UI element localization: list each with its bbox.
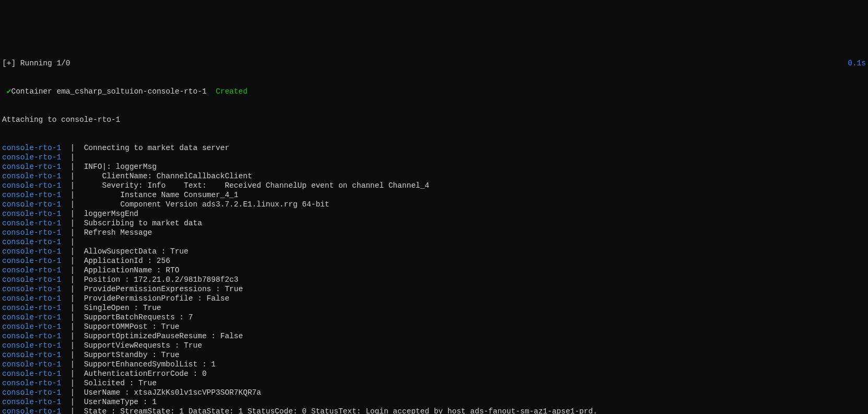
log-prefix: console-rto-1: [2, 388, 61, 397]
log-prefix: console-rto-1: [2, 304, 61, 312]
log-line: console-rto-1 | SupportOptimizedPauseRes…: [2, 331, 866, 341]
log-prefix: console-rto-1: [2, 144, 61, 152]
running-header-row: [+] Running 1/0 0.1s: [2, 59, 866, 68]
log-separator: |: [61, 172, 79, 180]
log-content: INFO|: loggerMsg: [79, 163, 157, 171]
created-status: Created: [216, 87, 248, 96]
log-separator: |: [61, 360, 79, 369]
log-separator: |: [61, 398, 79, 406]
log-line: console-rto-1 | SupportStandby : True: [2, 350, 866, 360]
log-line: console-rto-1 | ProvidePermissionExpress…: [2, 284, 866, 294]
log-separator: |: [61, 247, 79, 256]
log-line: console-rto-1 | Instance Name Consumer_4…: [2, 190, 866, 200]
log-line: console-rto-1 | AllowSuspectData : True: [2, 247, 866, 256]
log-line: console-rto-1 | Component Version ads3.7…: [2, 200, 866, 209]
log-prefix: console-rto-1: [2, 275, 61, 284]
log-content: Position : 172.21.0.2/981b7898f2c3: [79, 275, 239, 284]
log-separator: |: [61, 191, 79, 199]
log-prefix: console-rto-1: [2, 398, 61, 406]
log-prefix: console-rto-1: [2, 210, 61, 218]
log-prefix: console-rto-1: [2, 219, 61, 227]
log-content: AuthenticationErrorCode : 0: [79, 370, 207, 378]
log-content: Solicited : True: [79, 379, 157, 387]
log-separator: |: [61, 285, 79, 293]
container-status-line: ✔Container ema_csharp_soltuion-console-r…: [2, 87, 866, 96]
log-content: UserNameType : 1: [79, 398, 157, 406]
log-line: console-rto-1 | INFO|: loggerMsg: [2, 162, 866, 171]
log-separator: |: [61, 323, 79, 331]
log-separator: |: [61, 313, 79, 321]
log-separator: |: [61, 351, 79, 359]
log-prefix: console-rto-1: [2, 191, 61, 199]
log-content: ApplicationId : 256: [79, 257, 170, 265]
log-prefix: console-rto-1: [2, 351, 61, 359]
log-line: console-rto-1 | Solicited : True: [2, 378, 866, 388]
log-content: Severity: Info Text: Received ChannelUp …: [79, 181, 429, 190]
attaching-line: Attaching to console-rto-1: [2, 115, 866, 124]
container-name: Container ema_csharp_soltuion-console-rt…: [11, 87, 216, 96]
log-separator: |: [61, 200, 79, 209]
log-content: SupportEnhancedSymbolList : 1: [79, 360, 216, 369]
log-content: State : StreamState: 1 DataState: 1 Stat…: [79, 407, 597, 414]
log-content: Instance Name Consumer_4_1: [79, 191, 239, 199]
log-separator: |: [61, 238, 79, 246]
log-separator: |: [61, 257, 79, 265]
running-status: [+] Running 1/0: [2, 59, 71, 68]
log-separator: |: [61, 275, 79, 284]
log-separator: |: [61, 228, 79, 237]
log-line: console-rto-1 | SupportEnhancedSymbolLis…: [2, 360, 866, 369]
log-content: SupportViewRequests : True: [79, 341, 202, 350]
log-prefix: console-rto-1: [2, 379, 61, 387]
log-line: console-rto-1 | ApplicationId : 256: [2, 256, 866, 266]
log-prefix: console-rto-1: [2, 323, 61, 331]
log-prefix: console-rto-1: [2, 294, 61, 303]
log-prefix: console-rto-1: [2, 360, 61, 369]
log-separator: |: [61, 219, 79, 227]
log-prefix: console-rto-1: [2, 370, 61, 378]
log-prefix: console-rto-1: [2, 238, 61, 246]
log-line: console-rto-1 | Position : 172.21.0.2/98…: [2, 275, 866, 284]
log-content: SingleOpen : True: [79, 304, 161, 312]
log-line: console-rto-1 |: [2, 237, 866, 247]
log-content: Component Version ads3.7.2.E1.linux.rrg …: [79, 200, 330, 209]
log-content: SupportStandby : True: [79, 351, 179, 359]
log-prefix: console-rto-1: [2, 257, 61, 265]
log-content: AllowSuspectData : True: [79, 247, 189, 256]
log-separator: |: [61, 304, 79, 312]
log-prefix: console-rto-1: [2, 200, 61, 209]
log-line: console-rto-1 | SupportOMMPost : True: [2, 322, 866, 331]
log-line: console-rto-1 | Refresh Message: [2, 228, 866, 237]
log-separator: |: [61, 332, 79, 340]
log-separator: |: [61, 266, 79, 274]
log-separator: |: [61, 388, 79, 397]
log-line: console-rto-1 |: [2, 153, 866, 162]
log-line: console-rto-1 | ProvidePermissionProfile…: [2, 294, 866, 303]
log-line: console-rto-1 | ClientName: ChannelCallb…: [2, 171, 866, 181]
log-line: console-rto-1 | State : StreamState: 1 D…: [2, 407, 866, 414]
log-prefix: console-rto-1: [2, 285, 61, 293]
log-separator: |: [61, 144, 79, 152]
log-prefix: console-rto-1: [2, 163, 61, 171]
log-output: console-rto-1 | Connecting to market dat…: [2, 143, 866, 414]
log-separator: |: [61, 370, 79, 378]
log-content: ClientName: ChannelCallbackClient: [79, 172, 252, 180]
log-prefix: console-rto-1: [2, 247, 61, 256]
log-separator: |: [61, 210, 79, 218]
log-line: console-rto-1 | AuthenticationErrorCode …: [2, 369, 866, 378]
log-content: loggerMsgEnd: [79, 210, 138, 218]
log-content: Refresh Message: [79, 228, 152, 237]
log-line: console-rto-1 | SupportViewRequests : Tr…: [2, 341, 866, 350]
log-prefix: console-rto-1: [2, 313, 61, 321]
log-content: SupportOMMPost : True: [79, 323, 179, 331]
log-line: console-rto-1 | Connecting to market dat…: [2, 143, 866, 153]
log-separator: |: [61, 163, 79, 171]
log-line: console-rto-1 | Severity: Info Text: Rec…: [2, 181, 866, 190]
log-content: Connecting to market data server: [79, 144, 229, 152]
log-content: SupportOptimizedPauseResume : False: [79, 332, 243, 340]
terminal-output: [+] Running 1/0 0.1s ✔Container ema_csha…: [2, 40, 866, 414]
log-content: Subscribing to market data: [79, 219, 202, 227]
log-line: console-rto-1 | ApplicationName : RTO: [2, 266, 866, 275]
log-line: console-rto-1 | UserName : xtsaJZkKs0lv1…: [2, 388, 866, 397]
log-prefix: console-rto-1: [2, 172, 61, 180]
log-separator: |: [61, 341, 79, 350]
